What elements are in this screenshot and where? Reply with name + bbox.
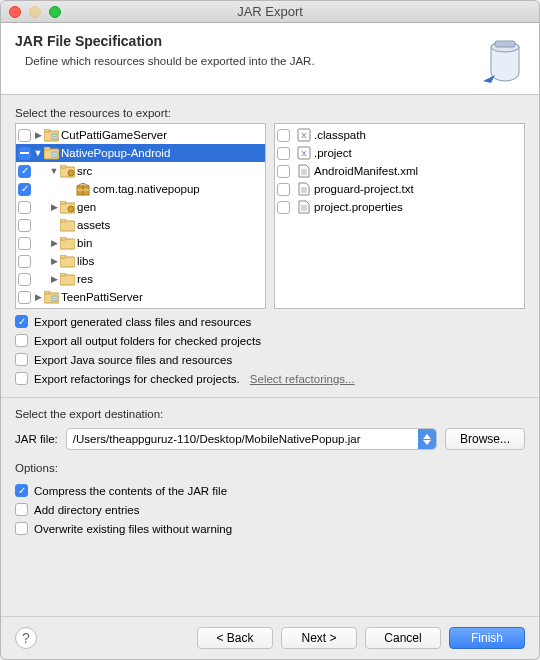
overwrite-checkbox[interactable]: [15, 522, 28, 535]
options-label: Options:: [15, 462, 525, 474]
tree-item-label: res: [77, 273, 265, 285]
tree-row[interactable]: ▶gen: [16, 198, 265, 216]
tree-checkbox[interactable]: [18, 129, 31, 142]
folder-src-icon: [59, 164, 75, 178]
tree-checkbox[interactable]: [18, 147, 31, 160]
compress-label: Compress the contents of the JAR file: [34, 485, 227, 497]
tree-row[interactable]: ▶bin: [16, 234, 265, 252]
export-output-checkbox[interactable]: [15, 334, 28, 347]
tree-item-label: libs: [77, 255, 265, 267]
file-checkbox[interactable]: [277, 129, 290, 142]
export-refactorings-checkbox[interactable]: [15, 372, 28, 385]
file-row[interactable]: project.properties: [275, 198, 524, 216]
file-label: .project: [314, 147, 524, 159]
tree-checkbox[interactable]: [18, 237, 31, 250]
project-icon: [43, 290, 59, 304]
tree-item-label: src: [77, 165, 265, 177]
export-refactorings-option[interactable]: Export refactorings for checked projects…: [15, 372, 525, 385]
tree-row[interactable]: ▼src: [16, 162, 265, 180]
tree-checkbox[interactable]: [18, 273, 31, 286]
tree-row[interactable]: assets: [16, 216, 265, 234]
folder-gen-icon: [59, 200, 75, 214]
destination-row: JAR file: /Users/theappguruz-110/Desktop…: [15, 428, 525, 450]
disclosure-closed-icon[interactable]: ▶: [49, 202, 59, 212]
back-button[interactable]: < Back: [197, 627, 273, 649]
file-checkbox[interactable]: [277, 183, 290, 196]
svg-rect-2: [495, 41, 515, 47]
tree-checkbox[interactable]: [18, 201, 31, 214]
next-button[interactable]: Next >: [281, 627, 357, 649]
tree-row[interactable]: ▼NativePopup-Android: [16, 144, 265, 162]
tree-item-label: TeenPattiServer: [61, 291, 265, 303]
xml-icon: X: [296, 128, 312, 142]
tree-checkbox[interactable]: [18, 183, 31, 196]
tree-row[interactable]: ▶res: [16, 270, 265, 288]
jar-export-window: JAR Export JAR File Specification Define…: [0, 0, 540, 660]
disclosure-closed-icon[interactable]: ▶: [33, 292, 43, 302]
export-generated-checkbox[interactable]: [15, 315, 28, 328]
file-label: AndroidManifest.xml: [314, 165, 524, 177]
dir-entries-option[interactable]: Add directory entries: [15, 503, 525, 516]
disclosure-closed-icon[interactable]: ▶: [33, 130, 43, 140]
svg-point-16: [68, 206, 74, 212]
overwrite-label: Overwrite existing files without warning: [34, 523, 232, 535]
disclosure-open-icon[interactable]: ▼: [33, 148, 43, 158]
file-icon: [296, 164, 312, 178]
help-button[interactable]: ?: [15, 627, 37, 649]
titlebar: JAR Export: [1, 1, 539, 23]
tree-item-label: NativePopup-Android: [61, 147, 265, 159]
file-row[interactable]: AndroidManifest.xml: [275, 162, 524, 180]
tree-item-label: CutPattiGameServer: [61, 129, 265, 141]
browse-button[interactable]: Browse...: [445, 428, 525, 450]
file-checkbox[interactable]: [277, 165, 290, 178]
finish-button[interactable]: Finish: [449, 627, 525, 649]
svg-point-12: [68, 170, 74, 176]
folder-icon: [59, 236, 75, 250]
disclosure-open-icon[interactable]: ▼: [49, 166, 59, 176]
folder-icon: [59, 254, 75, 268]
svg-rect-11: [60, 165, 66, 168]
svg-rect-15: [60, 201, 66, 204]
overwrite-option[interactable]: Overwrite existing files without warning: [15, 522, 525, 535]
export-source-option[interactable]: Export Java source files and resources: [15, 353, 525, 366]
file-label: proguard-project.txt: [314, 183, 524, 195]
project-tree-pane[interactable]: ▶CutPattiGameServer▼NativePopup-Android▼…: [15, 123, 266, 309]
export-output-option[interactable]: Export all output folders for checked pr…: [15, 334, 525, 347]
tree-row[interactable]: ▶TeenPattiServer: [16, 288, 265, 306]
file-row[interactable]: proguard-project.txt: [275, 180, 524, 198]
select-refactorings-link[interactable]: Select refactorings...: [250, 373, 355, 385]
tree-row[interactable]: com.tag.nativepopup: [16, 180, 265, 198]
file-row[interactable]: X.project: [275, 144, 524, 162]
wizard-footer: ? < Back Next > Cancel Finish: [1, 616, 539, 659]
jar-icon: [481, 35, 529, 87]
tree-checkbox[interactable]: [18, 255, 31, 268]
file-checkbox[interactable]: [277, 201, 290, 214]
export-generated-option[interactable]: Export generated class files and resourc…: [15, 315, 525, 328]
jar-file-combo[interactable]: /Users/theappguruz-110/Desktop/MobileNat…: [66, 428, 437, 450]
svg-text:X: X: [301, 131, 307, 140]
tree-row[interactable]: ▶CutPattiGameServer: [16, 126, 265, 144]
file-list-pane[interactable]: X.classpathX.projectAndroidManifest.xmlp…: [274, 123, 525, 309]
disclosure-closed-icon[interactable]: ▶: [49, 256, 59, 266]
dir-entries-label: Add directory entries: [34, 504, 139, 516]
jar-file-label: JAR file:: [15, 433, 58, 445]
svg-rect-4: [44, 129, 50, 132]
dir-entries-checkbox[interactable]: [15, 503, 28, 516]
compress-checkbox[interactable]: [15, 484, 28, 497]
disclosure-closed-icon[interactable]: ▶: [49, 274, 59, 284]
export-source-label: Export Java source files and resources: [34, 354, 232, 366]
export-source-checkbox[interactable]: [15, 353, 28, 366]
project-icon: [43, 146, 59, 160]
combo-arrow-icon[interactable]: [418, 429, 436, 449]
file-checkbox[interactable]: [277, 147, 290, 160]
file-row[interactable]: X.classpath: [275, 126, 524, 144]
cancel-button[interactable]: Cancel: [365, 627, 441, 649]
tree-checkbox[interactable]: [18, 291, 31, 304]
compress-option[interactable]: Compress the contents of the JAR file: [15, 484, 525, 497]
disclosure-closed-icon[interactable]: ▶: [49, 238, 59, 248]
tree-checkbox[interactable]: [18, 219, 31, 232]
tree-item-label: com.tag.nativepopup: [93, 183, 265, 195]
page-title: JAR File Specification: [15, 33, 525, 49]
tree-row[interactable]: ▶libs: [16, 252, 265, 270]
tree-checkbox[interactable]: [18, 165, 31, 178]
